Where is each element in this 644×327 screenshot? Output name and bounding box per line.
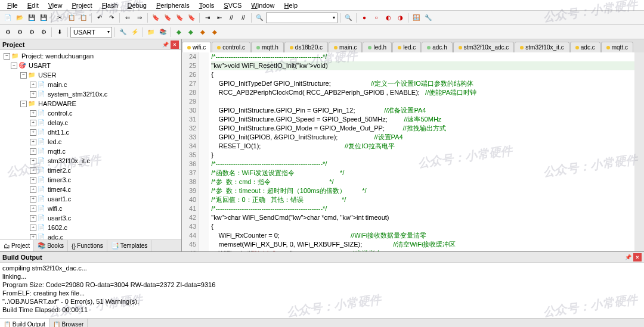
project-tree[interactable]: −📁Project: wenduchuangan−🎯USART−📁USER+📄m…	[0, 50, 181, 239]
rebuild-icon[interactable]: ⚙	[26, 27, 37, 38]
redo-icon[interactable]: ↷	[106, 13, 117, 23]
file-tab-control-c[interactable]: control.c	[212, 42, 250, 52]
file-usart3-c[interactable]: +📄usart3.c	[1, 213, 180, 223]
breakpoint-icon[interactable]: ●	[359, 13, 370, 23]
build-output-text[interactable]: compiling stm32f10x_dac.c...linking...Pr…	[0, 263, 644, 318]
pin-icon[interactable]: 📌	[161, 41, 169, 49]
file-usart1-c[interactable]: +📄usart1.c	[1, 194, 180, 204]
books-icon[interactable]: 📚	[157, 27, 168, 38]
outdent-icon[interactable]: ⇤	[214, 13, 225, 23]
undo-icon[interactable]: ↶	[94, 13, 105, 23]
file-tab-led-c[interactable]: led.c	[392, 42, 421, 52]
menu-project[interactable]: Project	[67, 1, 97, 10]
file-system_stm32f10x-c[interactable]: +📄system_stm32f10x.c	[1, 89, 180, 99]
pack2-icon[interactable]: ◆	[185, 27, 196, 38]
file-timer4-c[interactable]: +📄timer4.c	[1, 185, 180, 194]
indent-icon[interactable]: ⇥	[202, 13, 213, 23]
file-tab-stm32f10x_it-c[interactable]: stm32f10x_it.c	[515, 42, 569, 52]
window-icon[interactable]: 🪟	[411, 13, 422, 23]
target-combo[interactable]: USART	[70, 27, 112, 38]
bottom-tab-build-output[interactable]: 📋 Build Output	[0, 319, 49, 327]
file-tab-ds18b20-c[interactable]: ds18b20.c	[284, 42, 328, 52]
file-tab-adc-h[interactable]: adc.h	[422, 42, 452, 52]
panel-tab-functions[interactable]: {} Functions	[68, 240, 107, 251]
copy-icon[interactable]: 📋	[66, 13, 77, 23]
close-icon[interactable]: ×	[171, 41, 179, 49]
menu-svcs[interactable]: SVCS	[219, 1, 246, 10]
file-wifi-c[interactable]: +📄wifi.c	[1, 204, 180, 213]
save-all-icon[interactable]: 💾	[38, 13, 49, 23]
file-dht11-c[interactable]: +📄dht11.c	[1, 127, 180, 137]
breakpoint3-icon[interactable]: ◐	[383, 13, 394, 23]
folder-hardware[interactable]: −📁HARDWARE	[1, 99, 180, 108]
menu-edit[interactable]: Edit	[23, 1, 44, 10]
bottom-tab-browser[interactable]: 📋 Browser	[49, 319, 88, 327]
file-mqtt-c[interactable]: +📄mqtt.c	[1, 147, 180, 156]
options-icon[interactable]: 🔧	[117, 27, 128, 38]
file-main-c[interactable]: +📄main.c	[1, 80, 180, 89]
menu-tools[interactable]: Tools	[194, 1, 219, 10]
cut-icon[interactable]: ✂	[54, 13, 65, 23]
menu-window[interactable]: Window	[246, 1, 279, 10]
file-1602-c[interactable]: +📄1602.c	[1, 223, 180, 232]
panel-tab-books[interactable]: 📚 Books	[34, 240, 68, 251]
target-node[interactable]: −🎯USART	[1, 61, 180, 70]
build-all-icon[interactable]: ⚙	[14, 27, 25, 38]
file-tab-wifi-c[interactable]: wifi.c	[182, 42, 211, 52]
folder-user[interactable]: −📁USER	[1, 70, 180, 80]
new-icon[interactable]: 📄	[2, 13, 13, 23]
nav-back-icon[interactable]: ⇐	[122, 13, 133, 23]
menu-view[interactable]: View	[44, 1, 67, 10]
manage-icon[interactable]: 📁	[145, 27, 156, 38]
file-tab-main-c[interactable]: main.c	[329, 42, 362, 52]
file-timer3-c[interactable]: +📄timer3.c	[1, 175, 180, 185]
code-content[interactable]: /*--------------------------------------…	[209, 52, 634, 251]
pin-icon[interactable]: 📌	[624, 253, 632, 261]
file-control-c[interactable]: +📄control.c	[1, 108, 180, 118]
paste-icon[interactable]: 📋	[78, 13, 89, 23]
file-delay-c[interactable]: +📄delay.c	[1, 118, 180, 127]
menu-debug[interactable]: Debug	[123, 1, 151, 10]
file-tab-mqtt-h[interactable]: mqtt.h	[251, 42, 284, 52]
vertical-scrollbar[interactable]	[634, 52, 644, 251]
file-tab-adc-c[interactable]: adc.c	[570, 42, 600, 52]
bookmark-next-icon[interactable]: 🔖	[174, 13, 185, 23]
close-icon[interactable]: ×	[633, 253, 642, 261]
panel-tab-project[interactable]: 🗂 Project	[0, 240, 34, 251]
project-root[interactable]: −📁Project: wenduchuangan	[1, 51, 180, 61]
panel-tab-templates[interactable]: 📑 Templates	[107, 240, 152, 251]
menu-help[interactable]: Help	[279, 1, 302, 10]
find-icon[interactable]: 🔍	[254, 13, 265, 23]
comment-icon[interactable]: //	[226, 13, 237, 23]
file-adc-c[interactable]: +📄adc.c	[1, 232, 180, 239]
pack4-icon[interactable]: ◆	[209, 27, 220, 38]
file-led-c[interactable]: +📄led.c	[1, 137, 180, 147]
bookmark-icon[interactable]: 🔖	[150, 13, 161, 23]
file-tab-stm32f10x_adc-c[interactable]: stm32f10x_adc.c	[453, 42, 515, 52]
open-icon[interactable]: 📂	[14, 13, 25, 23]
pack3-icon[interactable]: ◆	[197, 27, 208, 38]
batch-build-icon[interactable]: ⚙	[38, 27, 49, 38]
bookmark-clear-icon[interactable]: 🔖	[186, 13, 197, 23]
menu-flash[interactable]: Flash	[97, 1, 123, 10]
download-icon[interactable]: ⬇	[54, 27, 65, 38]
menu-file[interactable]: File	[2, 1, 23, 10]
file-tab-mqtt-c[interactable]: mqtt.c	[601, 42, 633, 52]
file-tab-led-h[interactable]: led.h	[363, 42, 392, 52]
debug-icon[interactable]: 🔍	[343, 13, 354, 23]
nav-fwd-icon[interactable]: ⇒	[134, 13, 145, 23]
code-editor[interactable]: 2425262728293031323334353637383940414243…	[182, 52, 644, 251]
breakpoint2-icon[interactable]: ○	[371, 13, 382, 23]
pack-icon[interactable]: ◆	[174, 27, 184, 38]
save-icon[interactable]: 💾	[26, 13, 37, 23]
breakpoint4-icon[interactable]: ◑	[395, 13, 405, 23]
menu-peripherals[interactable]: Peripherals	[151, 1, 194, 10]
target-options-icon[interactable]: ⚡	[129, 27, 140, 38]
file-stm32f10x_it-c[interactable]: +📄stm32f10x_it.c	[1, 156, 180, 166]
build-icon[interactable]: ⚙	[2, 27, 13, 38]
uncomment-icon[interactable]: //	[238, 13, 249, 23]
config-icon[interactable]: 🔧	[423, 13, 434, 23]
find-combo[interactable]	[266, 13, 338, 23]
file-timer2-c[interactable]: +📄timer2.c	[1, 166, 180, 175]
bookmark-prev-icon[interactable]: 🔖	[162, 13, 173, 23]
